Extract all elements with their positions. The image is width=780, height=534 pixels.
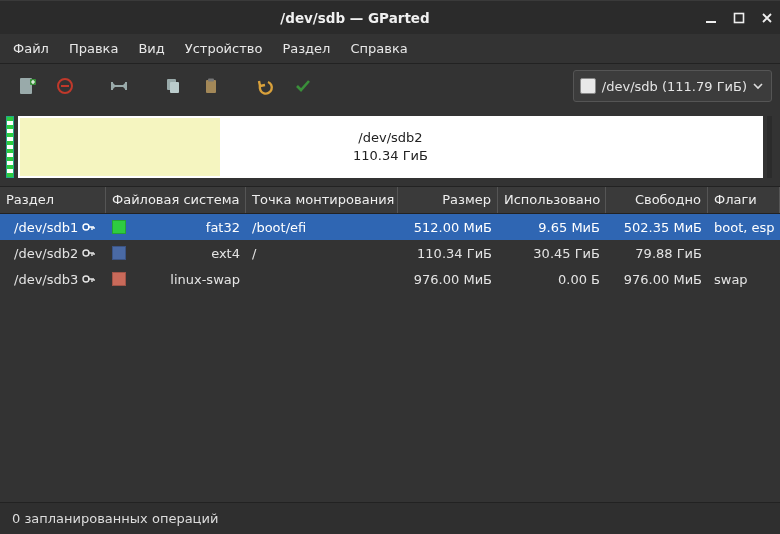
disk-graphic: /dev/sdb2 110.34 ГиБ [0,108,780,186]
new-partition-button[interactable] [8,68,46,104]
menu-device[interactable]: Устройство [175,36,273,61]
window-controls [704,11,774,25]
paste-button[interactable] [192,68,230,104]
col-flags[interactable]: Флаги [708,187,780,213]
used-cell: 30.45 ГиБ [498,246,606,261]
table-row[interactable]: /dev/sdb3linux-swap976.00 МиБ0.00 Б976.0… [0,266,780,292]
status-text: 0 запланированных операций [12,511,218,526]
table-row[interactable]: /dev/sdb1fat32/boot/efi512.00 МиБ9.65 Ми… [0,214,780,240]
window-title: /dev/sdb — GParted [6,10,704,26]
svg-rect-7 [206,80,216,93]
chevron-down-icon [753,81,763,91]
fs-name: fat32 [136,220,240,235]
size-cell: 512.00 МиБ [398,220,498,235]
size-cell: 110.34 ГиБ [398,246,498,261]
close-button[interactable] [760,11,774,25]
fs-name: linux-swap [136,272,240,287]
maximize-button[interactable] [732,11,746,25]
col-size[interactable]: Размер [398,187,498,213]
disk-graphic-partition-tail[interactable] [767,116,772,178]
partition-name: /dev/sdb1 [14,220,78,235]
menu-view[interactable]: Вид [128,36,174,61]
device-selector-label: /dev/sdb (111.79 ГиБ) [602,79,747,94]
menu-partition[interactable]: Раздел [272,36,340,61]
partition-name: /dev/sdb2 [14,246,78,261]
lock-icon [82,221,96,233]
toolbar: /dev/sdb (111.79 ГиБ) [0,64,780,108]
size-cell: 976.00 МиБ [398,272,498,287]
fs-name: ext4 [136,246,240,261]
mountpoint-cell: / [246,246,398,261]
svg-rect-8 [208,79,214,82]
table-row[interactable]: /dev/sdb2ext4/110.34 ГиБ30.45 ГиБ79.88 Г… [0,240,780,266]
free-cell: 79.88 ГиБ [606,246,708,261]
fs-color-swatch [112,246,126,260]
delete-partition-button[interactable] [46,68,84,104]
used-cell: 9.65 МиБ [498,220,606,235]
col-filesystem[interactable]: Файловая система [106,187,246,213]
menu-help[interactable]: Справка [340,36,417,61]
disk-graphic-label: /dev/sdb2 110.34 ГиБ [20,129,761,164]
lock-icon [82,247,96,259]
table-header: Раздел Файловая система Точка монтирован… [0,186,780,214]
minimize-button[interactable] [704,11,718,25]
flags-cell: boot, esp [708,220,780,235]
disk-graphic-partition-name: /dev/sdb2 [20,129,761,147]
col-free[interactable]: Свободно [606,187,708,213]
menu-bar: Файл Правка Вид Устройство Раздел Справк… [0,34,780,64]
device-selector[interactable]: /dev/sdb (111.79 ГиБ) [573,70,772,102]
menu-file[interactable]: Файл [3,36,59,61]
disk-icon [580,78,596,94]
col-mountpoint[interactable]: Точка монтирования [246,187,398,213]
copy-button[interactable] [154,68,192,104]
menu-edit[interactable]: Правка [59,36,128,61]
mountpoint-cell: /boot/efi [246,220,398,235]
flags-cell: swap [708,272,780,287]
status-bar: 0 запланированных операций [0,502,780,534]
apply-button[interactable] [284,68,322,104]
used-cell: 0.00 Б [498,272,606,287]
resize-partition-button[interactable] [100,68,138,104]
disk-graphic-partition-main[interactable]: /dev/sdb2 110.34 ГиБ [18,116,763,178]
svg-rect-6 [170,82,179,93]
col-used[interactable]: Использовано [498,187,606,213]
fs-color-swatch [112,272,126,286]
disk-graphic-partition-small[interactable] [6,116,14,178]
free-cell: 502.35 МиБ [606,220,708,235]
lock-icon [82,273,96,285]
svg-rect-1 [735,13,744,22]
partition-name: /dev/sdb3 [14,272,78,287]
partition-table: /dev/sdb1fat32/boot/efi512.00 МиБ9.65 Ми… [0,214,780,502]
svg-rect-0 [706,21,716,23]
title-bar: /dev/sdb — GParted [0,0,780,34]
undo-button[interactable] [246,68,284,104]
disk-graphic-partition-size: 110.34 ГиБ [20,147,761,165]
free-cell: 976.00 МиБ [606,272,708,287]
col-partition[interactable]: Раздел [0,187,106,213]
fs-color-swatch [112,220,126,234]
